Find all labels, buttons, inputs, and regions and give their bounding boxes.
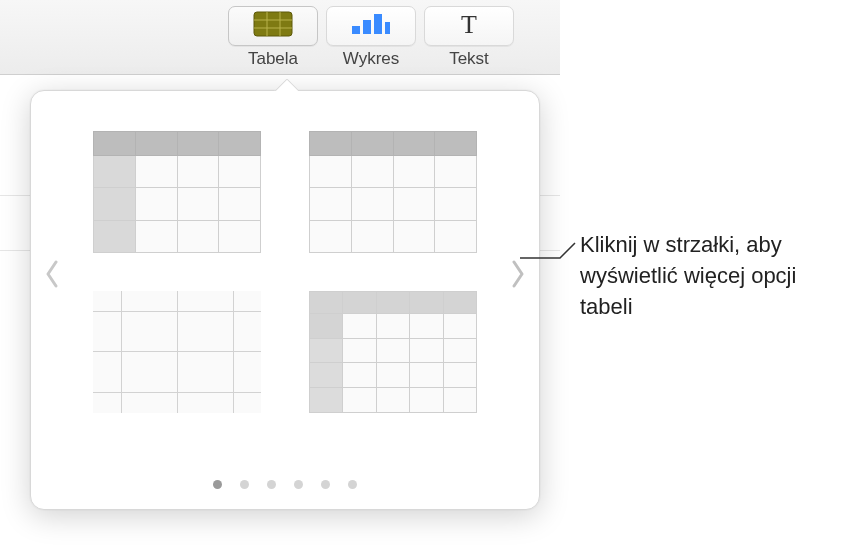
previous-styles-button[interactable] — [37, 246, 67, 306]
toolbar: Tabela Wykres T Tekst — [228, 6, 514, 69]
table-styles-popover — [30, 90, 540, 510]
svg-text:T: T — [461, 11, 477, 37]
chart-button[interactable] — [326, 6, 416, 46]
toolbar-item-table: Tabela — [228, 6, 318, 69]
table-style-grid — [93, 131, 479, 413]
text-icon: T — [454, 11, 484, 41]
svg-rect-8 — [385, 22, 390, 34]
page-dot-4[interactable] — [294, 480, 303, 489]
svg-rect-5 — [352, 26, 360, 34]
svg-rect-6 — [363, 20, 371, 34]
page-dot-1[interactable] — [213, 480, 222, 489]
svg-rect-7 — [374, 14, 382, 34]
text-button[interactable]: T — [424, 6, 514, 46]
popover-arrow-icon — [274, 79, 298, 91]
page-dot-5[interactable] — [321, 480, 330, 489]
table-style-preview-3[interactable] — [93, 291, 261, 413]
table-icon — [253, 11, 293, 41]
chevron-right-icon — [510, 260, 526, 293]
text-label: Tekst — [449, 49, 489, 69]
chart-icon — [350, 12, 392, 40]
page-dot-2[interactable] — [240, 480, 249, 489]
chart-label: Wykres — [343, 49, 400, 69]
table-style-preview-2[interactable] — [309, 131, 477, 253]
toolbar-item-text: T Tekst — [424, 6, 514, 69]
toolbar-item-chart: Wykres — [326, 6, 416, 69]
table-style-preview-4[interactable] — [309, 291, 477, 413]
callout-text: Kliknij w strzałki, aby wyświetlić więce… — [580, 230, 840, 322]
page-dot-3[interactable] — [267, 480, 276, 489]
svg-rect-0 — [254, 12, 292, 36]
table-label: Tabela — [248, 49, 298, 69]
next-styles-button[interactable] — [503, 246, 533, 306]
table-style-preview-1[interactable] — [93, 131, 261, 253]
page-dot-6[interactable] — [348, 480, 357, 489]
table-button[interactable] — [228, 6, 318, 46]
chevron-left-icon — [44, 260, 60, 293]
page-dots — [31, 480, 539, 489]
